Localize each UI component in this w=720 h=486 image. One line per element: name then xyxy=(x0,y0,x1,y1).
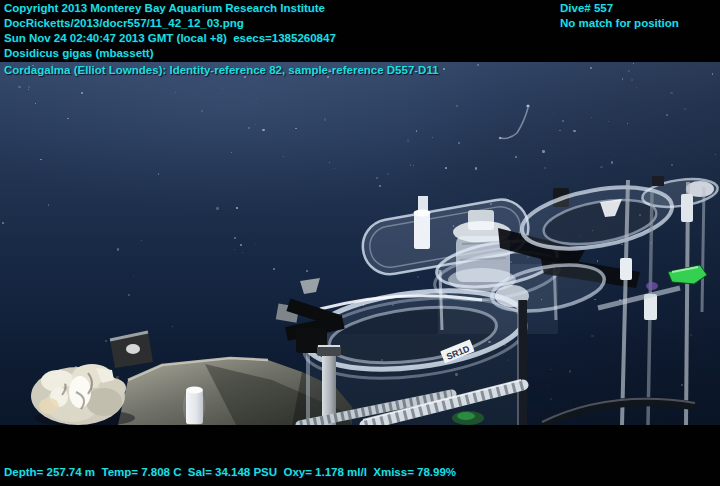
observation-line: Dosidicus gigas (mbassett) xyxy=(4,47,154,60)
underwater-scene: SR1D xyxy=(0,62,720,425)
front-rod xyxy=(518,300,527,425)
white-jar xyxy=(31,364,135,425)
telemetry-readout: Depth= 257.74 m Temp= 7.808 C Sal= 34.14… xyxy=(4,466,456,479)
file-path-line: DocRicketts/2013/docr557/11_42_12_03.png xyxy=(4,17,244,30)
dive-number: Dive# 557 xyxy=(560,2,613,15)
copyright-line: Copyright 2013 Monterey Bay Aquarium Res… xyxy=(4,2,325,15)
sampler-equipment: SR1D xyxy=(0,62,720,425)
siphonophore xyxy=(499,104,530,139)
annotation-line: Cordagalma (Elliot Lowndes): Identity-re… xyxy=(4,64,439,77)
video-frame-grab: SR1D Copyright 2013 Monterey Bay Aquariu… xyxy=(0,0,720,486)
metal-bracket xyxy=(110,332,153,368)
position-status: No match for position xyxy=(560,17,679,30)
white-canister xyxy=(183,386,205,425)
timestamp-line: Sun Nov 24 02:40:47 2013 GMT (local +8) … xyxy=(4,32,336,45)
green-handle xyxy=(646,265,707,290)
